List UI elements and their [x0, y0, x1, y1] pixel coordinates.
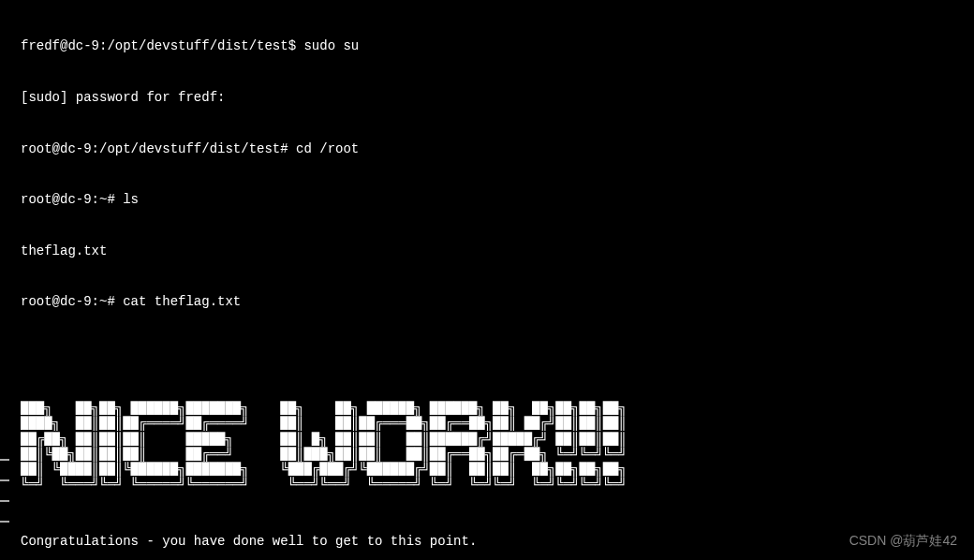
blank-line: [21, 345, 953, 361]
csdn-watermark: CSDN @葫芦娃42: [849, 532, 957, 549]
sudo-password-line: [sudo] password for fredf:: [21, 89, 953, 106]
gutter-mark: [0, 521, 9, 523]
ascii-art-banner: ███╗ ██╗██╗ ██████╗███████╗ ██╗ ██╗ ████…: [21, 401, 953, 492]
terminal-output[interactable]: fredf@dc-9:/opt/devstuff/dist/test$ sudo…: [0, 0, 974, 560]
gutter-mark: [0, 479, 9, 481]
editor-breakpoint-gutter: [0, 459, 9, 523]
body-line: Congratulations - you have done well to …: [21, 533, 953, 550]
prompt-line: root@dc-9:~# ls: [21, 191, 953, 208]
prompt-line: root@dc-9:~# cat theflag.txt: [21, 293, 953, 310]
prompt-line: fredf@dc-9:/opt/devstuff/dist/test$ sudo…: [21, 37, 953, 54]
gutter-mark: [0, 500, 9, 502]
prompt-line: root@dc-9:/opt/devstuff/dist/test# cd /r…: [21, 140, 953, 157]
ls-output-line: theflag.txt: [21, 243, 953, 259]
gutter-mark: [0, 459, 9, 461]
